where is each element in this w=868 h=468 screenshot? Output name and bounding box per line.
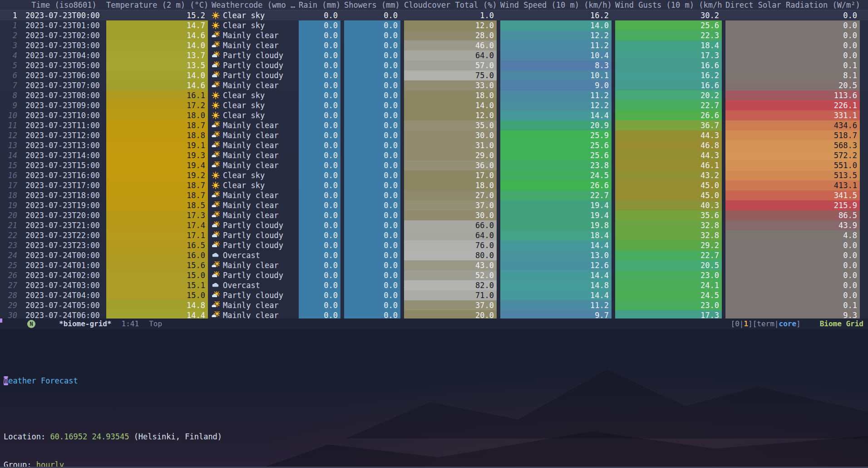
table-row[interactable]: 272023-07-24T03:0015.1Overcast0.00.082.0…	[0, 280, 868, 290]
workspace-0[interactable]: 0	[735, 319, 740, 328]
table-row[interactable]: 162023-07-23T16:0019.2Clear sky0.00.017.…	[0, 170, 868, 180]
meow-state-indicator: N	[27, 320, 35, 328]
solar-radiation-cell: 0.1	[725, 60, 860, 70]
col-header-cloudcover[interactable]: Cloudcover Total (%)	[404, 0, 497, 10]
table-row[interactable]: 232023-07-23T23:0016.5Partly cloudy0.00.…	[0, 240, 868, 250]
weather-label: Mainly clear	[223, 300, 279, 310]
rain-cell: 0.0	[299, 180, 340, 190]
wind-gusts-cell: 16.6	[615, 60, 722, 70]
table-row[interactable]: 112023-07-23T11:0018.7Mainly clear0.00.0…	[0, 120, 868, 130]
table-row[interactable]: 142023-07-23T14:0019.3Mainly clear0.00.0…	[0, 150, 868, 160]
table-row[interactable]: 22023-07-23T02:0014.6Mainly clear0.00.02…	[0, 30, 868, 40]
tab-group-core[interactable]: core	[779, 319, 797, 328]
time-cell: 2023-07-24T05:00	[25, 300, 103, 310]
table-row[interactable]: 202023-07-23T20:0017.3Mainly clear0.00.0…	[0, 210, 868, 220]
workspace-indicator[interactable]: [0|1]	[730, 319, 752, 329]
tab-group-term[interactable]: term	[757, 319, 774, 328]
col-header-showers[interactable]: Showers (mm)	[344, 0, 400, 10]
weathercode-cell: Clear sky	[212, 180, 295, 190]
cloudcover-cell: 71.0	[404, 290, 497, 300]
table-row[interactable]: 132023-07-23T13:0019.1Mainly clear0.00.0…	[0, 140, 868, 150]
temperature-cell: 19.4	[106, 160, 208, 170]
showers-cell: 0.0	[344, 160, 400, 170]
table-row[interactable]: 262023-07-24T02:0015.0Partly cloudy0.00.…	[0, 270, 868, 280]
table-row[interactable]: 102023-07-23T10:0018.0Clear sky0.00.012.…	[0, 110, 868, 120]
cloudcover-cell: 18.0	[404, 180, 497, 190]
rain-cell: 0.0	[299, 290, 340, 300]
col-header-temperature[interactable]: Temperature (2 m) (°C)	[106, 0, 208, 10]
table-row[interactable]: 12023-07-23T01:0014.7Clear sky0.00.012.0…	[0, 20, 868, 30]
col-header-weathercode[interactable]: Weathercode (wmo …	[212, 0, 295, 10]
table-row[interactable]: 182023-07-23T18:0018.7Mainly clear0.00.0…	[0, 190, 868, 200]
table-row[interactable]: 172023-07-23T17:0018.7Clear sky0.00.018.…	[0, 180, 868, 190]
workspace-1[interactable]: 1	[744, 319, 748, 328]
showers-cell: 0.0	[344, 230, 400, 240]
line-number: 17	[1, 180, 22, 190]
mainly-clear-icon	[212, 261, 220, 269]
time-cell: 2023-07-23T13:00	[25, 140, 103, 150]
wind-speed-cell: 13.0	[500, 250, 612, 260]
table-row[interactable]: 152023-07-23T15:0019.4Mainly clear0.00.0…	[0, 160, 868, 170]
temperature-cell: 16.1	[106, 90, 208, 100]
table-row[interactable]: 242023-07-24T00:0016.0Overcast0.00.080.0…	[0, 250, 868, 260]
col-header-wind-speed[interactable]: Wind Speed (10 m) (km/h)	[500, 0, 612, 10]
col-header-solar-radiation[interactable]: Direct Solar Radiation (W/m²)	[725, 0, 860, 10]
table-row[interactable]: 82023-07-23T08:0016.1Clear sky0.00.018.0…	[0, 90, 868, 100]
line-number: 5	[1, 60, 22, 70]
mainly-clear-icon	[212, 201, 220, 209]
weather-label: Mainly clear	[223, 80, 279, 90]
solar-radiation-cell: 0.0	[725, 280, 860, 290]
wind-gusts-cell: 20.2	[615, 90, 722, 100]
table-row[interactable]: 62023-07-23T06:0014.0Partly cloudy0.00.0…	[0, 70, 868, 80]
wind-speed-cell: 14.4	[500, 270, 612, 280]
table-row[interactable]: 92023-07-23T09:0017.2Clear sky0.00.014.0…	[0, 100, 868, 110]
wind-gusts-cell: 44.3	[615, 150, 722, 160]
rain-cell: 0.0	[299, 310, 340, 319]
weathercode-cell: Overcast	[212, 280, 295, 290]
cloudcover-cell: 33.0	[404, 80, 497, 90]
showers-cell: 0.0	[344, 270, 400, 280]
cloudcover-cell: 64.0	[404, 50, 497, 60]
line-number: 19	[1, 200, 22, 210]
table-row[interactable]: 192023-07-23T19:0018.5Mainly clear0.00.0…	[0, 200, 868, 210]
time-cell: 2023-07-23T11:00	[25, 120, 103, 130]
col-header-rain[interactable]: Rain (mm)	[299, 0, 340, 10]
table-row[interactable]: 12023-07-23T00:0015.2Clear sky0.00.01.01…	[0, 10, 868, 20]
table-row[interactable]: 302023-07-24T06:0014.4Mainly clear0.00.0…	[0, 310, 868, 319]
weather-label: Mainly clear	[223, 160, 279, 170]
rain-cell: 0.0	[299, 210, 340, 220]
table-row[interactable]: 32023-07-23T03:0014.0Mainly clear0.00.04…	[0, 40, 868, 50]
table-row[interactable]: 222023-07-23T22:0017.1Partly cloudy0.00.…	[0, 230, 868, 240]
page-title: Weather Forecast	[4, 376, 868, 386]
temperature-cell: 18.8	[106, 130, 208, 140]
temperature-cell: 17.3	[106, 210, 208, 220]
cloudcover-cell: 12.0	[404, 20, 497, 30]
col-header-time[interactable]: Time (iso8601)	[25, 0, 103, 10]
solar-radiation-cell: 9.3	[725, 310, 860, 319]
cloudcover-cell: 18.0	[404, 90, 497, 100]
table-row[interactable]: 52023-07-23T05:0013.5Partly cloudy0.00.0…	[0, 60, 868, 70]
temperature-cell: 19.3	[106, 150, 208, 160]
table-row[interactable]: 122023-07-23T12:0018.8Mainly clear0.00.0…	[0, 130, 868, 140]
table-row[interactable]: 42023-07-23T04:0013.7Partly cloudy0.00.0…	[0, 50, 868, 60]
table-row[interactable]: 292023-07-24T05:0014.8Mainly clear0.00.0…	[0, 300, 868, 310]
partly-cloudy-icon	[212, 61, 220, 70]
weathercode-cell: Partly cloudy	[212, 70, 295, 80]
buffer-name[interactable]: *biome-grid*	[59, 319, 112, 329]
wind-gusts-cell: 45.0	[615, 190, 722, 200]
weather-label: Partly cloudy	[223, 60, 283, 70]
line-number: 26	[1, 270, 22, 280]
rain-cell: 0.0	[299, 10, 340, 20]
tab-group-indicator[interactable]: [term|core]	[753, 319, 801, 329]
table-row[interactable]: 212023-07-23T21:0017.4Partly cloudy0.00.…	[0, 220, 868, 230]
table-row[interactable]: 72023-07-23T07:0014.6Mainly clear0.00.03…	[0, 80, 868, 90]
clear-sky-icon	[212, 11, 220, 20]
col-header-wind-gusts[interactable]: Wind Gusts (10 m) (km/h)	[615, 0, 722, 10]
wind-gusts-cell: 23.0	[615, 270, 722, 280]
table-row[interactable]: 252023-07-24T01:0015.6Mainly clear0.00.0…	[0, 260, 868, 270]
line-number: 12	[1, 130, 22, 140]
wind-gusts-cell: 30.2	[615, 10, 722, 20]
solar-radiation-cell: 0.0	[725, 270, 860, 280]
mainly-clear-icon	[212, 131, 220, 139]
table-row[interactable]: 282023-07-24T04:0015.0Partly cloudy0.00.…	[0, 290, 868, 300]
